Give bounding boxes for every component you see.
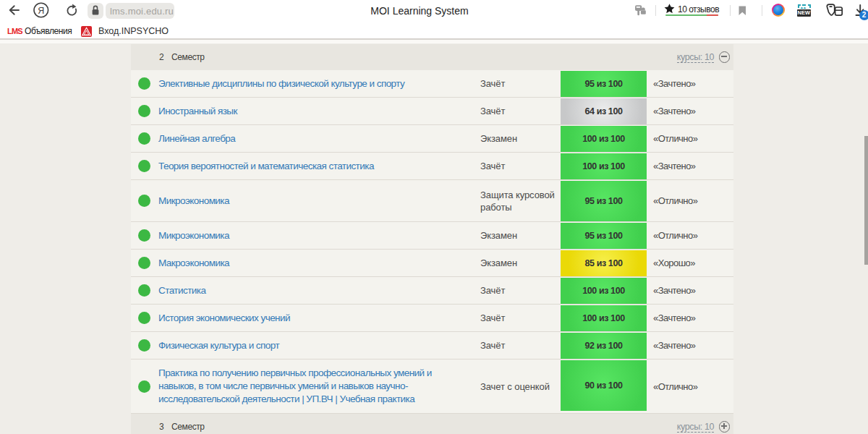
svg-text:Я: Я — [38, 6, 44, 16]
